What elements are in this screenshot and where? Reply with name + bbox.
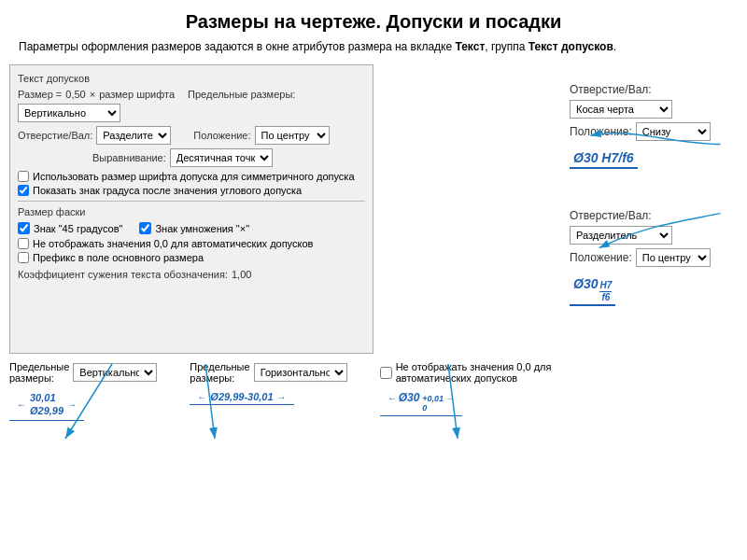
rb-dim-display: Ø30 H7 f6 — [570, 274, 615, 306]
b3-checkbox[interactable] — [380, 367, 392, 379]
rt-hole-label: Отверстие/Вал: — [570, 83, 652, 96]
cb3-label: Знак "45 градусов" — [34, 223, 122, 234]
bottom-item-2: Предельные размеры: Горизонтально ← Ø29,… — [190, 361, 346, 405]
b2-dim: ← Ø29,99-30,01 → — [190, 389, 293, 405]
coeff-label: Коэффициент сужения текста обозначения: — [18, 269, 228, 280]
cb6-checkbox[interactable] — [18, 252, 29, 263]
panel-section2-title: Размер фаски — [18, 206, 365, 217]
right-bottom-box: Отверстие/Вал: Разделитель Положение: По… — [570, 209, 728, 306]
align-label: Выравнивание: — [92, 152, 166, 163]
rt-pos-select[interactable]: Снизу — [636, 122, 711, 141]
cb5-label: Не отображать значения 0,0 для автоматич… — [33, 238, 313, 249]
limit-select[interactable]: Вертикально — [18, 104, 120, 122]
rb-pos-select[interactable]: По центру — [636, 248, 711, 267]
size-suffix: размер шрифта — [99, 89, 175, 100]
cb6-label: Префикс в поле основного размера — [33, 252, 204, 263]
subtitle: Параметры оформления размеров задаются в… — [0, 38, 747, 64]
cb3-checkbox[interactable] — [18, 222, 30, 234]
align-select[interactable]: Десятичная точка — [170, 148, 273, 167]
coeff-value: 1,00 — [232, 269, 251, 280]
rt-pos-label: Положение: — [570, 125, 632, 138]
b2-lim-label: Предельные размеры: — [190, 361, 249, 384]
position-label: Положение: — [193, 130, 250, 141]
cb2-label: Показать знак градуса после значения угл… — [33, 185, 302, 196]
page-title: Размеры на чертеже. Допуски и посадки — [0, 0, 747, 38]
rb-hole-label: Отверстие/Вал: — [570, 209, 652, 222]
hole-select-left[interactable]: Разделитель — [96, 126, 171, 145]
hole-label: Отверстие/Вал: — [18, 130, 92, 141]
rt-hole-select[interactable]: Косая черта — [570, 100, 672, 119]
size-value: 0,50 — [65, 89, 85, 100]
rt-dim-display: Ø30 H7/f6 — [570, 148, 638, 169]
right-area: Отверстие/Вал: Косая черта Положение: Сн… — [383, 64, 738, 354]
size-mult: × — [90, 89, 95, 100]
size-label: Размер = — [18, 89, 62, 100]
bottom-item-3: Не отображать значения 0,0 для автоматич… — [380, 361, 585, 416]
position-select[interactable]: По центру — [255, 126, 330, 145]
cb1-label: Использовать размер шрифта допуска для с… — [33, 171, 355, 182]
cb4-label: Знак умножения "×" — [155, 223, 249, 234]
b1-dim: ← 30,01 Ø29,99 → — [9, 389, 84, 421]
cb2-checkbox[interactable] — [18, 185, 29, 196]
b1-select[interactable]: Вертикально — [73, 363, 157, 382]
limit-label: Предельные размеры: — [188, 89, 295, 100]
cb4-checkbox[interactable] — [139, 222, 151, 234]
rb-hole-select[interactable]: Разделитель — [570, 226, 672, 245]
right-top-box: Отверстие/Вал: Косая черта Положение: Сн… — [570, 83, 728, 169]
rb-pos-label: Положение: — [570, 251, 632, 264]
panel-section-title: Текст допусков — [18, 73, 365, 84]
b3-dim: ← Ø30 +0,01 0 → — [380, 389, 462, 416]
b1-lim-label: Предельные размеры: — [9, 361, 69, 384]
b2-select[interactable]: Горизонтально — [254, 363, 347, 382]
bottom-section: Предельные размеры: Вертикально ← 30,01 … — [0, 354, 747, 421]
bottom-item-1: Предельные размеры: Вертикально ← 30,01 … — [9, 361, 157, 421]
cb1-checkbox[interactable] — [18, 171, 29, 182]
left-panel: Текст допусков Размер = 0,50 × размер шр… — [9, 64, 374, 354]
b3-cb-label: Не отображать значения 0,0 для автоматич… — [396, 361, 585, 384]
cb5-checkbox[interactable] — [18, 238, 29, 249]
